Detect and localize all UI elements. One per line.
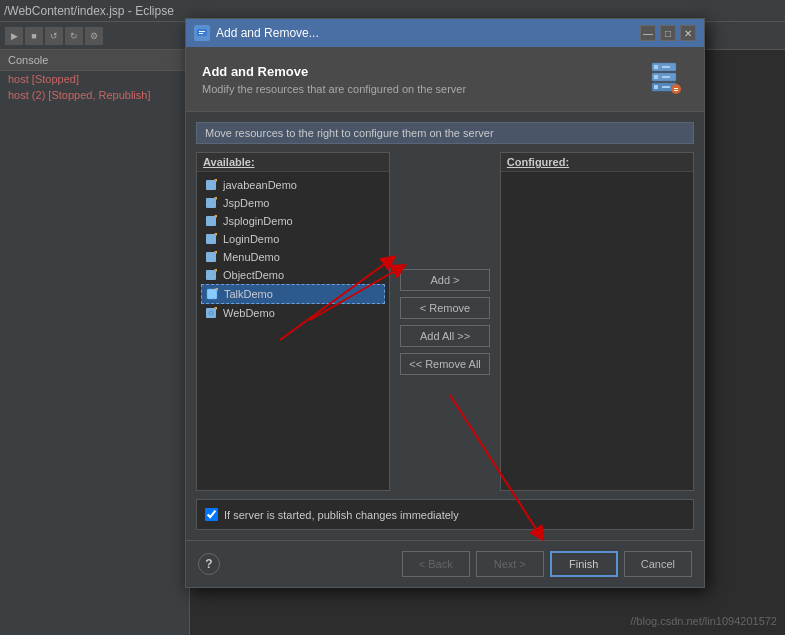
available-label: Available: [197, 153, 389, 172]
dialog-header-text: Add and Remove Modify the resources that… [202, 64, 640, 95]
project-icon-menudemo [205, 250, 219, 264]
next-button[interactable]: Next > [476, 551, 544, 577]
svg-rect-11 [662, 86, 670, 88]
dialog-header-title: Add and Remove [202, 64, 640, 79]
dialog-title-icon [194, 25, 210, 41]
list-item-logindemo[interactable]: LoginDemo [201, 230, 385, 248]
svg-rect-29 [206, 308, 216, 318]
maximize-button[interactable]: □ [660, 25, 676, 41]
svg-rect-10 [654, 85, 658, 89]
item-label-talkdemo: TalkDemo [224, 288, 273, 300]
publish-checkbox-area: If server is started, publish changes im… [196, 499, 694, 530]
item-label-jspdemo: JspDemo [223, 197, 269, 209]
titlebar-left: Add and Remove... [194, 25, 319, 41]
svg-rect-0 [197, 29, 207, 36]
server-icon [644, 61, 684, 97]
publish-checkbox[interactable] [205, 508, 218, 521]
back-button[interactable]: < Back [402, 551, 470, 577]
svg-rect-7 [654, 75, 658, 79]
project-icon-jspdemo [205, 196, 219, 210]
dialog-header: Add and Remove Modify the resources that… [186, 47, 704, 112]
dialog-titlebar: Add and Remove... — □ ✕ [186, 19, 704, 47]
dialog-content: Move resources to the right to configure… [186, 112, 704, 540]
available-items-list: javabeanDemo JspDemo [197, 172, 389, 490]
svg-rect-5 [662, 66, 670, 68]
project-icon-logindemo [205, 232, 219, 246]
close-button[interactable]: ✕ [680, 25, 696, 41]
remove-button[interactable]: < Remove [400, 297, 490, 319]
dialog-title-text: Add and Remove... [216, 26, 319, 40]
publish-checkbox-label: If server is started, publish changes im… [224, 509, 459, 521]
item-label-jsplogin: JsploginDemo [223, 215, 293, 227]
list-item-objectdemo[interactable]: ObjectDemo [201, 266, 385, 284]
list-item-jsplogin[interactable]: JsploginDemo [201, 212, 385, 230]
add-button[interactable]: Add > [400, 269, 490, 291]
project-icon-talkdemo [206, 287, 220, 301]
svg-rect-21 [206, 234, 216, 244]
add-remove-dialog: Add and Remove... — □ ✕ Add and Remove M… [185, 18, 705, 588]
help-button[interactable]: ? [198, 553, 220, 575]
item-label-webdemo: WebDemo [223, 307, 275, 319]
watermark: //blog.csdn.net/lin1094201572 [630, 615, 777, 627]
titlebar-controls[interactable]: — □ ✕ [640, 25, 696, 41]
configured-panel: Configured: [500, 152, 694, 491]
svg-rect-19 [206, 216, 216, 226]
svg-rect-13 [674, 88, 678, 89]
cancel-button[interactable]: Cancel [624, 551, 692, 577]
svg-rect-27 [207, 289, 217, 299]
project-icon-jsplogin [205, 214, 219, 228]
finish-button[interactable]: Finish [550, 551, 618, 577]
svg-rect-15 [206, 180, 216, 190]
item-label-javabeandemo: javabeanDemo [223, 179, 297, 191]
modal-overlay: Add and Remove... — □ ✕ Add and Remove M… [0, 0, 785, 635]
transfer-buttons: Add > < Remove Add All >> << Remove All [396, 152, 494, 491]
list-item-jspdemo[interactable]: JspDemo [201, 194, 385, 212]
add-all-button[interactable]: Add All >> [400, 325, 490, 347]
resources-area: Available: javabeanDemo [196, 152, 694, 491]
svg-rect-14 [674, 90, 678, 91]
list-item-javabeandemo[interactable]: javabeanDemo [201, 176, 385, 194]
svg-rect-8 [662, 76, 670, 78]
dialog-header-subtitle: Modify the resources that are configured… [202, 83, 640, 95]
item-label-menudemo: MenuDemo [223, 251, 280, 263]
list-item-menudemo[interactable]: MenuDemo [201, 248, 385, 266]
remove-all-button[interactable]: << Remove All [400, 353, 490, 375]
item-label-objectdemo: ObjectDemo [223, 269, 284, 281]
item-label-logindemo: LoginDemo [223, 233, 279, 245]
server-icon-container [640, 59, 688, 99]
instruction-bar: Move resources to the right to configure… [196, 122, 694, 144]
list-item-webdemo[interactable]: WebDemo [201, 304, 385, 322]
configured-items-list [501, 172, 693, 490]
footer-buttons: < Back Next > Finish Cancel [402, 551, 692, 577]
minimize-button[interactable]: — [640, 25, 656, 41]
svg-rect-23 [206, 252, 216, 262]
svg-rect-4 [654, 65, 658, 69]
list-item-talkdemo[interactable]: TalkDemo [201, 284, 385, 304]
project-icon-webdemo [205, 306, 219, 320]
project-icon-javabeandemo [205, 178, 219, 192]
project-icon-objectdemo [205, 268, 219, 282]
svg-rect-17 [206, 198, 216, 208]
available-panel: Available: javabeanDemo [196, 152, 390, 491]
configured-label: Configured: [501, 153, 693, 172]
dialog-footer: ? < Back Next > Finish Cancel [186, 540, 704, 587]
svg-rect-25 [206, 270, 216, 280]
svg-rect-1 [199, 31, 205, 32]
svg-rect-2 [199, 33, 203, 34]
